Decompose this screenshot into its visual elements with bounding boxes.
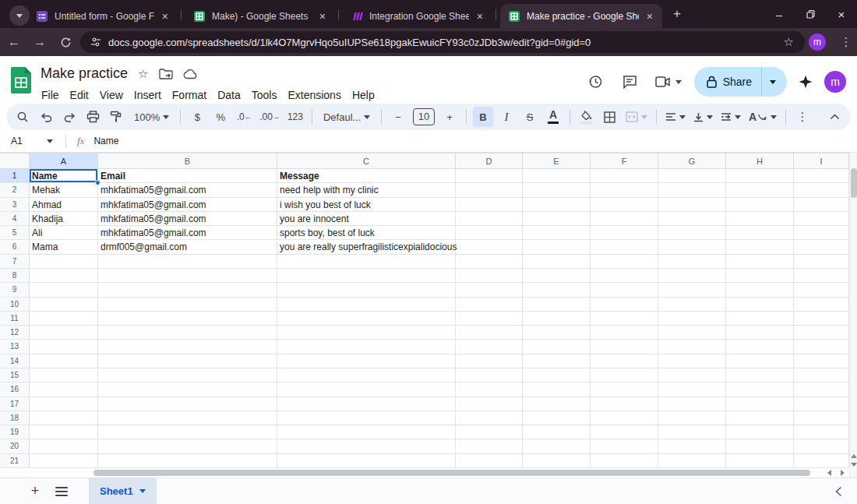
cell-A1[interactable]: Name [30,169,98,183]
cell-G14[interactable] [658,354,726,368]
cell-I12[interactable] [794,326,849,340]
cell-B7[interactable] [98,255,277,269]
browser-tab-forms[interactable]: Untitled form - Google Forms × [28,4,178,28]
cell-A3[interactable]: Ahmad [30,198,98,212]
cell-H19[interactable] [726,425,794,439]
cell-G15[interactable] [658,368,726,382]
cell-G11[interactable] [658,312,726,326]
cell-F20[interactable] [591,439,658,453]
cell-A6[interactable]: Mama [30,240,98,254]
cell-G20[interactable] [658,439,726,453]
close-tab-icon[interactable]: × [318,10,327,23]
cell-A18[interactable] [30,411,98,425]
cell-I18[interactable] [794,411,849,425]
cell-A19[interactable] [30,425,98,439]
cell-C3[interactable]: i wish you best of luck [277,198,456,212]
cell-D8[interactable] [456,269,523,283]
cell-B2[interactable]: mhkfatima05@gmail.com [98,183,277,197]
cell-D20[interactable] [456,439,523,453]
cell-C21[interactable] [277,454,456,468]
cell-B20[interactable] [98,439,277,453]
cell-A21[interactable] [30,454,98,468]
more-formats-button[interactable]: 123 [285,107,305,127]
menu-edit[interactable]: Edit [65,87,94,103]
cell-D4[interactable] [456,212,523,226]
font-size-input[interactable]: 10 [413,108,435,125]
cell-E4[interactable] [523,212,591,226]
decrease-font-size-button[interactable]: − [388,107,408,127]
cell-H21[interactable] [726,454,794,468]
cell-F4[interactable] [591,212,658,226]
star-document-icon[interactable]: ☆ [138,67,148,81]
cell-F6[interactable] [591,240,658,254]
vertical-scrollbar[interactable] [849,153,857,478]
close-tab-icon[interactable]: × [160,10,170,23]
cell-F21[interactable] [591,454,658,468]
menu-insert[interactable]: Insert [129,87,167,103]
cell-I4[interactable] [794,212,849,226]
cell-I1[interactable] [794,169,849,183]
cell-I15[interactable] [794,368,849,382]
cell-G10[interactable] [658,298,726,312]
cell-D7[interactable] [456,255,523,269]
cell-E21[interactable] [523,454,591,468]
row-header-2[interactable]: 2 [0,183,30,197]
menu-tools[interactable]: Tools [246,87,283,103]
cell-B4[interactable]: mhkfatima05@gmail.com [98,212,277,226]
new-tab-button[interactable]: + [668,6,686,23]
fill-color-button[interactable] [577,107,597,127]
cell-I19[interactable] [794,425,849,439]
cell-E3[interactable] [523,198,591,212]
sheet-tab-sheet1[interactable]: Sheet1 [89,478,157,504]
cell-G12[interactable] [658,326,726,340]
cell-E8[interactable] [523,269,591,283]
row-header-4[interactable]: 4 [0,212,30,226]
cell-C11[interactable] [277,312,456,326]
cell-C5[interactable]: sports boy, best of luck [277,226,456,240]
site-info-icon[interactable] [90,36,102,48]
cell-E6[interactable] [523,240,591,254]
cell-A13[interactable] [30,340,98,354]
cell-B19[interactable] [98,425,277,439]
cell-D3[interactable] [456,198,523,212]
cell-H18[interactable] [726,411,794,425]
cell-E13[interactable] [523,340,591,354]
cell-E11[interactable] [523,312,591,326]
cell-C13[interactable] [277,340,456,354]
strikethrough-button[interactable]: S [520,107,540,127]
cell-I16[interactable] [794,382,849,397]
cell-E10[interactable] [523,298,591,312]
cell-G8[interactable] [658,269,726,283]
cell-A7[interactable] [30,255,98,269]
row-header-15[interactable]: 15 [0,368,30,382]
cell-A14[interactable] [30,354,98,368]
scroll-right-icon[interactable] [841,470,845,476]
cell-F18[interactable] [591,411,658,425]
row-header-1[interactable]: 1 [0,169,30,183]
cell-D17[interactable] [456,397,523,411]
minimize-icon[interactable]: – [764,0,795,28]
cell-B12[interactable] [98,326,277,340]
cell-A11[interactable] [30,312,98,326]
cell-B10[interactable] [98,298,277,312]
cell-H3[interactable] [726,198,794,212]
cell-C8[interactable] [277,269,456,283]
cell-A20[interactable] [30,439,98,453]
row-header-14[interactable]: 14 [0,354,30,368]
italic-button[interactable]: I [496,107,517,127]
toolbar-more-icon[interactable]: ⋮ [792,107,813,127]
cell-B13[interactable] [98,340,277,354]
cell-E7[interactable] [523,255,591,269]
sheets-logo[interactable] [11,67,31,93]
cell-G17[interactable] [658,397,726,411]
cell-A10[interactable] [30,298,98,312]
cell-C2[interactable]: need help with my clinic [277,183,456,197]
cell-H6[interactable] [726,240,794,254]
format-currency-button[interactable]: $ [187,107,207,127]
comments-icon[interactable] [616,69,643,95]
horizontal-scrollbar-thumb[interactable] [93,470,810,476]
cell-A5[interactable]: Ali [30,226,98,240]
cell-C18[interactable] [277,411,456,425]
restore-icon[interactable] [795,0,826,28]
horizontal-scrollbar[interactable] [0,468,849,478]
